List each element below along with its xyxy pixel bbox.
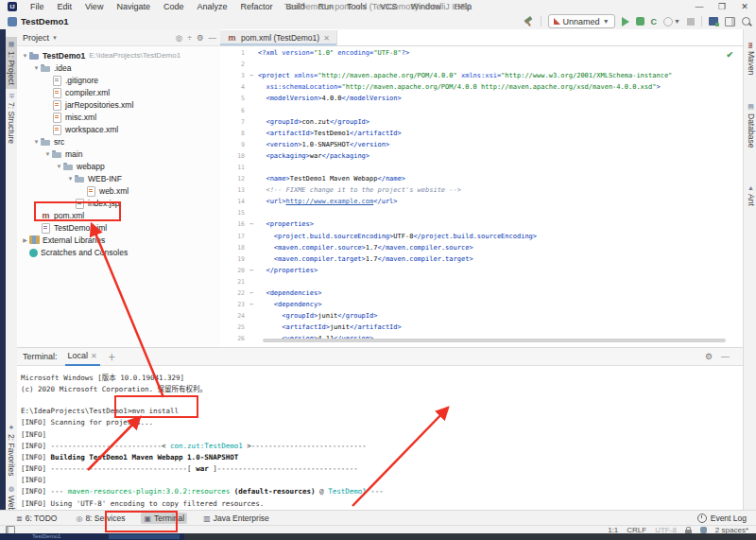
iml-file-icon bbox=[41, 223, 51, 233]
fold-icon[interactable]: − bbox=[249, 267, 258, 274]
close-icon[interactable]: ✕ bbox=[91, 352, 97, 360]
tree-toggle-icon[interactable]: ▼ bbox=[43, 151, 52, 157]
menu-window[interactable]: Window bbox=[404, 2, 448, 11]
tree-item[interactable]: Scratches and Consoles bbox=[17, 246, 220, 258]
close-icon[interactable]: ✕ bbox=[323, 34, 330, 43]
tree-toggle-icon[interactable]: ▼ bbox=[21, 53, 29, 59]
editor-lines[interactable]: 1<?xml version="1.0" encoding="UTF-8"?>2… bbox=[220, 45, 743, 347]
coverage-button[interactable]: C bbox=[651, 17, 658, 26]
stop-button[interactable] bbox=[687, 18, 695, 26]
menu-code[interactable]: Code bbox=[157, 2, 191, 11]
terminal-tab-local[interactable]: Local ✕ bbox=[65, 348, 100, 366]
tree-item[interactable]: jarRepositories.xml bbox=[17, 98, 220, 111]
web-globe-icon: ◍ bbox=[8, 485, 15, 493]
fold-icon[interactable]: − bbox=[249, 289, 258, 297]
tree-toggle-icon[interactable]: ▼ bbox=[32, 139, 41, 145]
code-line: 15 bbox=[220, 207, 743, 218]
code-line: 18 <maven.compiler.source>1.7</maven.com… bbox=[220, 242, 743, 253]
toolwindow-tab-project[interactable]: ▦1: Project bbox=[6, 37, 17, 89]
menu-help[interactable]: Help bbox=[448, 2, 479, 11]
toolwindow-tab-maven[interactable]: mMaven bbox=[745, 39, 756, 79]
locate-file-icon[interactable]: ◎ bbox=[176, 33, 182, 43]
tree-item[interactable]: workspace.xml bbox=[17, 123, 220, 135]
tree-toggle-icon[interactable]: ▼ bbox=[66, 176, 75, 182]
gear-icon[interactable]: ⚙ bbox=[197, 33, 204, 43]
xml-file-icon bbox=[52, 125, 62, 134]
tree-item-label: jarRepositories.xml bbox=[65, 100, 133, 110]
tree-item[interactable]: misc.xml bbox=[17, 111, 220, 123]
tree-toggle-icon[interactable]: ▼ bbox=[55, 164, 63, 169]
fold-icon[interactable]: − bbox=[249, 220, 258, 228]
background-window-text: TestDemo1 bbox=[32, 533, 60, 539]
line-number: 11 bbox=[220, 164, 249, 171]
code-line: 6 bbox=[220, 104, 743, 115]
tree-item[interactable]: ▼main bbox=[17, 148, 220, 160]
project-structure-button[interactable] bbox=[709, 17, 718, 26]
tree-item[interactable]: .gitignore bbox=[17, 74, 220, 86]
toolwindow-tab-favorites[interactable]: ★2: Favorites bbox=[6, 420, 17, 479]
tree-item[interactable]: compiler.xml bbox=[17, 86, 220, 98]
menu-view[interactable]: View bbox=[78, 2, 110, 11]
maximize-button[interactable]: ❐ bbox=[711, 2, 733, 11]
toolwindow-tab-structure[interactable]: ⊪7: Structure bbox=[6, 90, 17, 148]
line-number: 9 bbox=[220, 141, 249, 148]
terminal-settings-gear-icon[interactable]: ⚙ bbox=[705, 352, 713, 361]
tree-item[interactable]: ▶External Libraries bbox=[17, 234, 220, 246]
run-button[interactable] bbox=[622, 17, 629, 26]
terminal-output[interactable]: Microsoft Windows [版本 10.0.19041.329](c)… bbox=[17, 366, 743, 509]
editor-horizontal-scrollbar[interactable] bbox=[263, 339, 726, 342]
tree-item[interactable]: ▼TestDemo1E:\IdeaProjects\TestDemo1 bbox=[17, 49, 220, 61]
project-panel-title[interactable]: Project bbox=[23, 33, 49, 43]
close-button[interactable]: ✕ bbox=[733, 2, 756, 11]
maven-toolwindow-icon: m bbox=[747, 43, 754, 48]
debug-button[interactable] bbox=[636, 17, 644, 26]
menu-navigate[interactable]: Navigate bbox=[110, 2, 157, 11]
toolwindow-tab-ant[interactable]: ▲Ant bbox=[745, 181, 756, 210]
terminal-minimize-icon[interactable]: — bbox=[721, 352, 730, 361]
menu-tools[interactable]: Tools bbox=[340, 2, 373, 11]
run-configuration-select[interactable]: Unnamed ▼ bbox=[548, 14, 615, 28]
hide-panel-icon[interactable]: — bbox=[209, 33, 217, 43]
event-log-button[interactable]: Event Log bbox=[697, 514, 747, 523]
tree-toggle-icon[interactable]: ▶ bbox=[21, 236, 29, 243]
profiler-button[interactable]: ▼ bbox=[663, 17, 680, 26]
toolwindow-tab-todo[interactable]: ≣6: TODO bbox=[13, 513, 60, 524]
tree-toggle-icon[interactable]: ▼ bbox=[32, 65, 41, 71]
toolwindow-tab-java-enterprise[interactable]: ▥Java Enterprise bbox=[200, 513, 272, 524]
tree-item[interactable]: mpom.xml bbox=[17, 209, 220, 221]
tree-item[interactable]: index.jsp bbox=[17, 197, 220, 209]
tree-item[interactable]: ▼src bbox=[17, 135, 220, 148]
tree-item[interactable]: ▼.idea bbox=[17, 61, 220, 74]
ant-toolwindow-icon: ▲ bbox=[747, 184, 754, 191]
xml-file-icon bbox=[52, 88, 62, 97]
toolwindow-tab-terminal[interactable]: ▣Terminal bbox=[141, 513, 187, 524]
menu-analyze[interactable]: Analyze bbox=[190, 2, 233, 11]
build-hammer-icon[interactable] bbox=[524, 16, 534, 26]
tree-item[interactable]: ▼WEB-INF bbox=[17, 172, 220, 184]
menu-run[interactable]: Run bbox=[312, 2, 341, 11]
menu-edit[interactable]: Edit bbox=[51, 2, 79, 11]
menu-refactor[interactable]: Refactor bbox=[233, 2, 279, 11]
layout-button[interactable] bbox=[725, 17, 735, 26]
menu-build[interactable]: Build bbox=[279, 2, 311, 11]
tree-item[interactable]: ▼webapp bbox=[17, 160, 220, 172]
fold-icon[interactable]: − bbox=[249, 301, 258, 308]
code-line: 19 <maven.compiler.target>1.7</maven.com… bbox=[220, 253, 743, 265]
tree-item[interactable]: web.xml bbox=[17, 184, 220, 197]
inspection-profile-icon[interactable] bbox=[700, 527, 707, 533]
tree-item-label: index.jsp bbox=[88, 199, 120, 208]
new-terminal-session-button[interactable]: ＋ bbox=[108, 351, 116, 363]
code-line: 25 <artifactId>junit</artifactId> bbox=[220, 322, 743, 333]
toolwindow-tab-database[interactable]: ▤Database bbox=[745, 99, 756, 151]
collapse-all-icon[interactable]: ÷ bbox=[187, 33, 192, 43]
editor-tab-pom[interactable]: m pom.xml (TestDemo1) ✕ bbox=[220, 30, 337, 45]
fold-icon[interactable]: − bbox=[249, 72, 258, 79]
xml-file-icon bbox=[52, 113, 62, 122]
minimize-button[interactable]: — bbox=[688, 2, 711, 11]
menu-vcs[interactable]: VCS bbox=[373, 2, 404, 11]
toolwindow-tab-services[interactable]: ◎8: Services bbox=[73, 513, 128, 524]
search-everywhere-icon[interactable] bbox=[742, 17, 750, 26]
menu-file[interactable]: File bbox=[24, 2, 51, 11]
right-toolwindow-stripe: mMaven ▤Database ▲Ant bbox=[743, 29, 756, 533]
tree-item[interactable]: TestDemo1.iml bbox=[17, 221, 220, 234]
